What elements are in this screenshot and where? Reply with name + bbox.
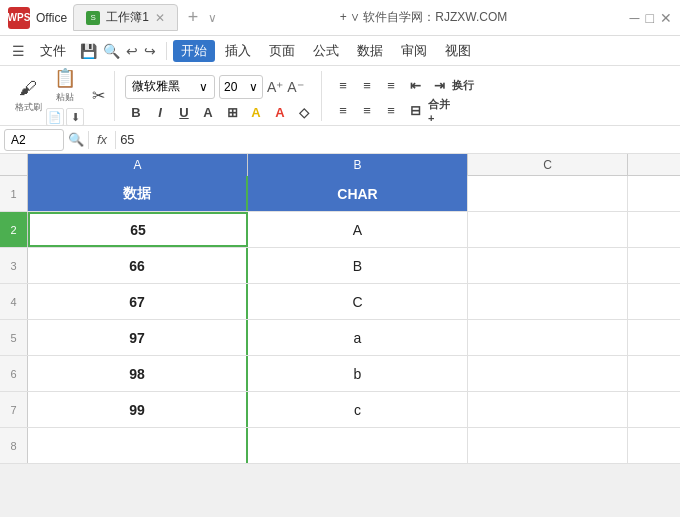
grid-cell-c-6[interactable] xyxy=(468,356,628,391)
new-tab-icon[interactable]: + xyxy=(184,7,203,28)
grid-cell-c-4[interactable] xyxy=(468,284,628,319)
italic-button[interactable]: I xyxy=(149,102,171,124)
align-bottom-left[interactable]: ≡ xyxy=(332,100,354,122)
menu-item-home[interactable]: 开始 xyxy=(173,40,215,62)
paste-sub-btns: 📄 ⬇ xyxy=(46,108,84,126)
clear-btn[interactable]: ◇ xyxy=(293,102,315,124)
grid-cell-b-7[interactable]: c xyxy=(248,392,468,427)
grid-cell-a-1[interactable]: 数据 xyxy=(28,176,248,211)
spreadsheet: A B C 1数据CHAR265A366B467C597a698b799c8 xyxy=(0,154,680,464)
align-indent-inc[interactable]: ⇥ xyxy=(428,75,450,97)
table-row: 467C xyxy=(0,284,680,320)
grid-cell-a-4[interactable]: 67 xyxy=(28,284,248,319)
fill-color-btn[interactable]: A xyxy=(245,102,267,124)
workbook-tab[interactable]: S 工作簿1 ✕ xyxy=(73,4,178,31)
grid-cell-c-8[interactable] xyxy=(468,428,628,463)
col-header-a[interactable]: A xyxy=(28,154,248,176)
formula-bar: A2 🔍 fx 65 xyxy=(0,126,680,154)
wps-logo: WPS xyxy=(8,7,30,29)
font-size-selector[interactable]: 20 ∨ xyxy=(219,75,263,99)
menu-item-page[interactable]: 页面 xyxy=(261,40,303,62)
align-top-left[interactable]: ≡ xyxy=(332,75,354,97)
underline-button[interactable]: U xyxy=(173,102,195,124)
menu-item-data[interactable]: 数据 xyxy=(349,40,391,62)
font-size-dropdown-icon: ∨ xyxy=(249,80,258,94)
wrap-text-btn[interactable]: 换行 xyxy=(452,75,474,97)
align-top-right[interactable]: ≡ xyxy=(380,75,402,97)
grid-cell-b-1[interactable]: CHAR xyxy=(248,176,468,211)
window-controls: ─ □ ✕ xyxy=(630,10,672,26)
paste-special-btn[interactable]: 📄 xyxy=(46,108,64,126)
align-top-row: ≡ ≡ ≡ ⇤ ⇥ 换行 xyxy=(332,75,474,97)
grid-cell-c-2[interactable] xyxy=(468,212,628,247)
row-number: 7 xyxy=(0,392,28,427)
col-header-b[interactable]: B xyxy=(248,154,468,176)
close-icon[interactable]: ✕ xyxy=(660,10,672,26)
merge-icon[interactable]: ⊟ xyxy=(404,100,426,122)
border-btn[interactable]: ⊞ xyxy=(221,102,243,124)
merge-btn[interactable]: 合并+ xyxy=(428,100,450,122)
grid-cell-c-3[interactable] xyxy=(468,248,628,283)
cell-ref-value: A2 xyxy=(11,133,26,147)
row-number: 6 xyxy=(0,356,28,391)
menu-item-review[interactable]: 审阅 xyxy=(393,40,435,62)
row-number: 3 xyxy=(0,248,28,283)
col-header-c[interactable]: C xyxy=(468,154,628,176)
menu-item-file[interactable]: 文件 xyxy=(32,40,74,62)
menu-sep xyxy=(166,42,167,60)
paste-format-btn[interactable]: ⬇ xyxy=(66,108,84,126)
align-top-center[interactable]: ≡ xyxy=(356,75,378,97)
cut-button[interactable]: ✂ xyxy=(86,84,110,108)
table-row: 799c xyxy=(0,392,680,428)
text-color-btn[interactable]: A xyxy=(269,102,291,124)
grid-cell-c-5[interactable] xyxy=(468,320,628,355)
align-bottom-right[interactable]: ≡ xyxy=(380,100,402,122)
formula-content[interactable]: 65 xyxy=(120,132,676,147)
cell-reference-box[interactable]: A2 xyxy=(4,129,64,151)
grid-cell-b-6[interactable]: b xyxy=(248,356,468,391)
redo-icon[interactable]: ↪ xyxy=(144,43,156,59)
font-decrease-icon[interactable]: A⁻ xyxy=(287,79,303,95)
grid-cell-a-8[interactable] xyxy=(28,428,248,463)
font-color-btn[interactable]: A xyxy=(197,102,219,124)
menu-item-insert[interactable]: 插入 xyxy=(217,40,259,62)
menu-item-view[interactable]: 视图 xyxy=(437,40,479,62)
fx-icon[interactable]: fx xyxy=(93,132,111,147)
grid-cell-a-5[interactable]: 97 xyxy=(28,320,248,355)
search-icon[interactable]: 🔍 xyxy=(103,43,120,59)
grid-cell-a-7[interactable]: 99 xyxy=(28,392,248,427)
workbook-tab-label: 工作簿1 xyxy=(106,9,149,26)
maximize-icon[interactable]: □ xyxy=(646,10,654,26)
bold-button[interactable]: B xyxy=(125,102,147,124)
font-name-selector[interactable]: 微软雅黑 ∨ xyxy=(125,75,215,99)
website-label: + ∨ 软件自学网：RJZXW.COM xyxy=(340,10,508,24)
menu-item-formula[interactable]: 公式 xyxy=(305,40,347,62)
font-increase-icon[interactable]: A⁺ xyxy=(267,79,283,95)
grid-cell-b-3[interactable]: B xyxy=(248,248,468,283)
align-bottom-center[interactable]: ≡ xyxy=(356,100,378,122)
tab-close-icon[interactable]: ✕ xyxy=(155,11,165,25)
title-bar-left: WPS Office S 工作簿1 ✕ + ∨ xyxy=(8,4,217,31)
minimize-icon[interactable]: ─ xyxy=(630,10,640,26)
grid-cell-a-3[interactable]: 66 xyxy=(28,248,248,283)
grid-cell-b-4[interactable]: C xyxy=(248,284,468,319)
font-selectors-row: 微软雅黑 ∨ 20 ∨ A⁺ A⁻ xyxy=(125,75,304,99)
format-brush-icon: 🖌 xyxy=(19,78,37,99)
align-indent-dec[interactable]: ⇤ xyxy=(404,75,426,97)
grid-cell-b-2[interactable]: A xyxy=(248,212,468,247)
grid-cell-a-2[interactable]: 65 xyxy=(28,212,248,247)
save-icon[interactable]: 💾 xyxy=(80,43,97,59)
grid-cell-a-6[interactable]: 98 xyxy=(28,356,248,391)
grid-cell-b-5[interactable]: a xyxy=(248,320,468,355)
zoom-icon[interactable]: 🔍 xyxy=(68,132,84,147)
grid-cell-c-1[interactable] xyxy=(468,176,628,211)
paste-button[interactable]: 📋 粘贴 xyxy=(49,65,81,106)
menu-bar: ☰ 文件 💾 🔍 ↩ ↪ 开始 插入 页面 公式 数据 审阅 视图 xyxy=(0,36,680,66)
undo-icon[interactable]: ↩ xyxy=(126,43,138,59)
format-brush-button[interactable]: 🖌 格式刷 xyxy=(12,75,44,117)
paste-label: 粘贴 xyxy=(56,91,74,104)
hamburger-icon[interactable]: ☰ xyxy=(6,39,30,63)
tab-dropdown-icon[interactable]: ∨ xyxy=(208,11,217,25)
grid-cell-b-8[interactable] xyxy=(248,428,468,463)
grid-cell-c-7[interactable] xyxy=(468,392,628,427)
